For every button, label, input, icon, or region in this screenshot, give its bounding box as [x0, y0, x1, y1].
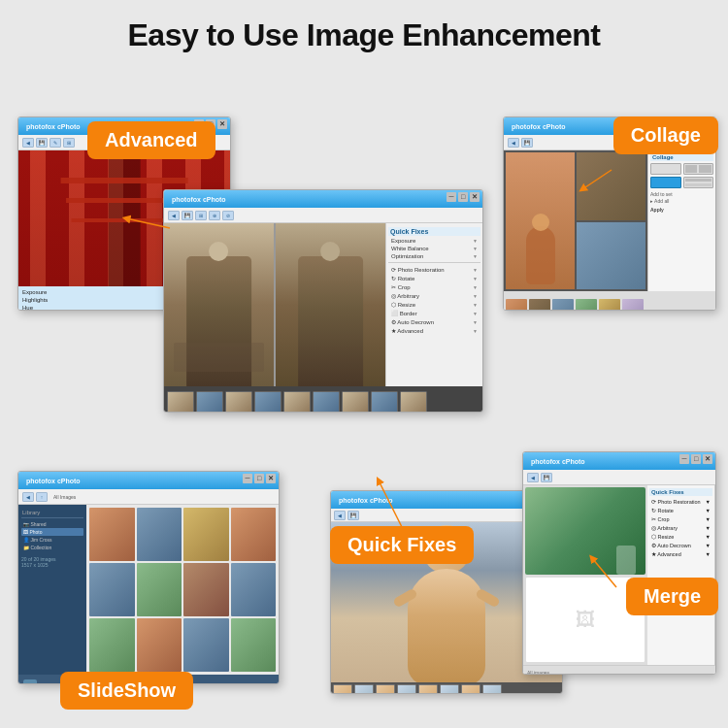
collage-cell-3[interactable] — [577, 222, 645, 290]
film-thumb-1[interactable] — [167, 391, 194, 413]
col-thumb-2[interactable] — [529, 299, 550, 312]
merge-autodecrown[interactable]: ⚙ Auto Decrown▼ — [649, 541, 712, 549]
film-thumb-7[interactable] — [342, 391, 369, 413]
film-thumb-6[interactable] — [313, 391, 340, 413]
qf-minimize[interactable]: ─ — [447, 192, 456, 202]
save-btn[interactable]: 💾 — [36, 138, 48, 148]
qf-border[interactable]: ⬜ Border▼ — [388, 309, 480, 317]
col-thumb-1[interactable] — [506, 299, 527, 312]
qf-rotate[interactable]: ↻ Rotate▼ — [388, 274, 480, 282]
ss-thumb-1[interactable] — [89, 508, 135, 561]
ss-minimize[interactable]: ─ — [243, 474, 252, 483]
ss-thumb-6[interactable] — [137, 563, 182, 616]
slideshow-icon[interactable]: ▶ — [23, 679, 37, 684]
layout-opt-2[interactable] — [683, 163, 714, 175]
ss-thumb-9[interactable] — [89, 618, 135, 672]
merge-arbitrary[interactable]: ◎ Arbitrary▼ — [649, 523, 712, 532]
film-thumb-8[interactable] — [371, 391, 398, 413]
ss-thumb-12[interactable] — [231, 618, 277, 672]
film-thumb-2[interactable] — [196, 391, 223, 413]
ss-thumb-2[interactable] — [137, 508, 182, 561]
qf-back[interactable]: ◀ — [168, 211, 180, 220]
ss-import[interactable]: ↑ — [36, 492, 48, 502]
qf-exposure[interactable]: Exposure▼ — [388, 237, 480, 245]
qf-autodecrown[interactable]: ⚙ Auto Decrown▼ — [388, 317, 480, 326]
qf-maximize[interactable]: □ — [458, 192, 468, 202]
qf-filter[interactable]: ⊘ — [222, 211, 234, 220]
ss-thumb-5[interactable] — [89, 563, 135, 616]
qf-advanced[interactable]: ★ Advanced▼ — [388, 326, 480, 335]
merge-close[interactable]: ✕ — [703, 454, 712, 464]
ss-back[interactable]: ◀ — [22, 492, 34, 502]
col-thumb-4[interactable] — [576, 299, 597, 312]
col-thumb-6[interactable] — [622, 299, 644, 312]
baby-thumb-3[interactable] — [376, 684, 395, 694]
ss-nav-jimcross[interactable]: 👤 Jim Cross — [21, 536, 83, 544]
col-thumb-5[interactable] — [599, 299, 620, 312]
qf-resize[interactable]: ⬡ Resize▼ — [388, 300, 480, 309]
qf-save[interactable]: 💾 — [182, 211, 193, 220]
ss-nav-photo[interactable]: 🖼 Photo — [21, 528, 83, 536]
ss-thumb-3[interactable] — [183, 508, 229, 561]
baby-thumb-1[interactable] — [333, 684, 352, 694]
ss-thumb-8[interactable] — [231, 563, 277, 616]
slideshow-sidebar: Library 📷 Shared 🖼 Photo 👤 Jim Cross 📁 C… — [18, 505, 86, 675]
qf-close[interactable]: ✕ — [470, 192, 480, 202]
merge-save[interactable]: 💾 — [541, 473, 552, 482]
merge-crop[interactable]: ✂ Crop▼ — [649, 514, 712, 523]
win-merge: photofox cPhoto ─ □ ✕ ◀ 💾 🖼 Quick Fixes — [522, 451, 716, 675]
ss-thumb-4[interactable] — [231, 508, 277, 561]
back-btn[interactable]: ◀ — [22, 138, 34, 148]
ss-thumb-11[interactable] — [183, 618, 229, 672]
qf-whitebalance[interactable]: White Balance▼ — [388, 245, 480, 252]
ss-nav-collection[interactable]: 📁 Collection — [21, 544, 83, 551]
slideshow-grid — [86, 505, 279, 675]
ss-nav-shared[interactable]: 📷 Shared — [21, 520, 83, 528]
quickfix-side-panel: Quick Fixes Exposure▼ White Balance▼ Opt… — [385, 223, 482, 386]
qf-crop[interactable]: ✂ Crop▼ — [388, 282, 480, 291]
filter-btn[interactable]: ⊞ — [63, 138, 75, 148]
layout-opt-1[interactable] — [650, 163, 681, 175]
photo-figure-right — [298, 256, 364, 386]
qf-arbitrary[interactable]: ◎ Arbitrary▼ — [388, 291, 480, 300]
film-thumb-9[interactable] — [400, 391, 427, 413]
baby-back[interactable]: ◀ — [334, 511, 346, 520]
merge-minimize[interactable]: ─ — [679, 454, 689, 464]
baby-thumb-6[interactable] — [440, 684, 459, 694]
ss-thumb-10[interactable] — [137, 618, 182, 672]
qf-compare[interactable]: ⊞ — [195, 211, 207, 220]
qf-zoom[interactable]: ⊕ — [209, 211, 220, 220]
col-save[interactable]: 💾 — [521, 138, 533, 148]
collage-cell-1[interactable] — [506, 152, 575, 289]
ss-maximize[interactable]: □ — [254, 474, 264, 483]
col-back[interactable]: ◀ — [508, 138, 519, 148]
baby-thumb-4[interactable] — [397, 684, 416, 694]
layout-opt-4[interactable] — [683, 177, 714, 188]
merge-maximize[interactable]: □ — [691, 454, 701, 464]
baby-thumb-5[interactable] — [418, 684, 438, 694]
ss-thumb-7[interactable] — [183, 563, 229, 616]
win-quickfix-titlebar: photofox cPhoto ─ □ ✕ — [164, 190, 482, 208]
film-thumb-3[interactable] — [225, 391, 252, 413]
film-thumb-5[interactable] — [283, 391, 311, 413]
baby-thumb-2[interactable] — [354, 684, 374, 694]
baby-thumb-8[interactable] — [482, 684, 502, 694]
quickfix-photo-area — [164, 223, 385, 386]
merge-resize[interactable]: ⬡ Resize▼ — [649, 532, 712, 541]
baby-save[interactable]: 💾 — [347, 511, 359, 520]
col-thumb-3[interactable] — [552, 299, 574, 312]
merge-photorestore[interactable]: ⟳ Photo Restoration▼ — [649, 497, 712, 506]
baby-thumb-7[interactable] — [461, 684, 480, 694]
merge-advanced[interactable]: ★ Advanced▼ — [649, 549, 712, 558]
qf-photo-restore[interactable]: ⟳ Photo Restoration▼ — [388, 265, 480, 274]
merge-rotate[interactable]: ↻ Rotate▼ — [649, 506, 712, 514]
col-apply-btn[interactable]: Apply — [650, 207, 713, 213]
merge-back[interactable]: ◀ — [527, 473, 539, 482]
qf-optimization[interactable]: Optimization▼ — [388, 252, 480, 260]
win-close[interactable]: ✕ — [217, 119, 227, 129]
ss-close[interactable]: ✕ — [266, 474, 276, 483]
film-thumb-4[interactable] — [254, 391, 281, 413]
collage-cell-2[interactable] — [577, 152, 645, 220]
layout-opt-3[interactable] — [650, 177, 681, 188]
edit-btn[interactable]: ✎ — [50, 138, 61, 148]
